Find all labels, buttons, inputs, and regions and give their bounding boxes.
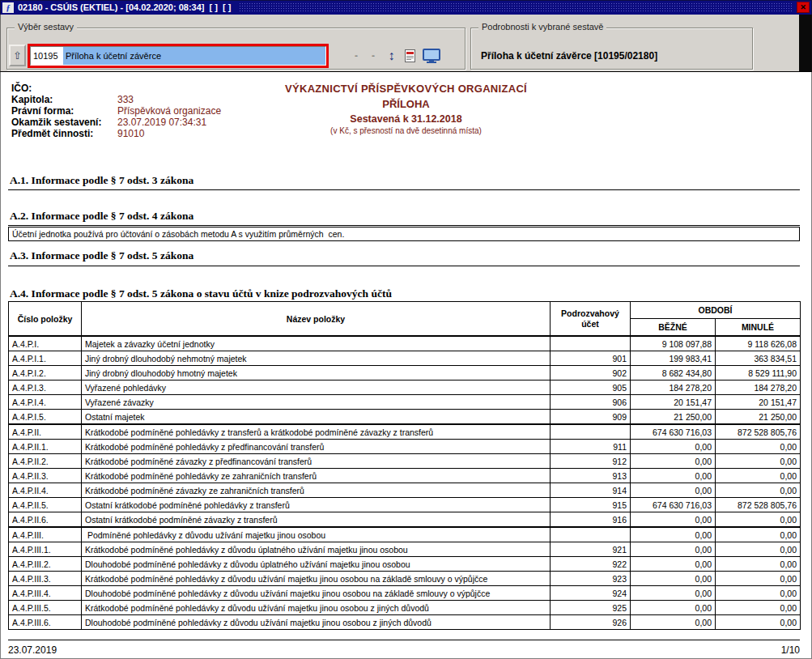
report-footer: 23.07.2019 1/10 [8,640,800,656]
current-value-cell: 0,00 [631,542,716,557]
current-value-cell: 9 108 097,88 [631,336,716,351]
item-name-cell: Vyřazené pohledávky [82,381,551,395]
item-id-cell: A.4.P.III.1. [9,542,82,557]
current-value-cell: 0,00 [631,483,716,498]
titlebar-pattern [239,2,792,12]
current-value-cell: 8 682 434,80 [631,366,716,381]
previous-value-cell: 184 278,20 [716,381,801,395]
current-value-cell: 20 151,47 [631,395,716,410]
item-name-cell: Krátkodobé podmíněné pohledávky z důvodu… [82,572,551,586]
table-row: A.4.P.II.6.Ostatní krátkodobé podmíněné … [9,512,801,528]
previous-value-cell: 0,00 [716,542,801,557]
item-name-cell: Ostatní krátkodobé podmíněné pohledávky … [82,498,551,512]
current-value-cell: 674 630 716,03 [631,498,716,512]
table-row: A.4.P.I.5.Ostatní majetek90921 250,0021 … [9,410,801,425]
report-selection-group: Výběr sestavy ⇧ 10195 Příloha k účetní z… [6,28,466,70]
col-header-account: Podrozvahový účet [551,302,631,337]
col-header-period: OBDOBÍ [631,302,801,319]
dash-icon[interactable]: - [351,49,361,62]
app-icon: ƒ [2,2,14,13]
titlebar[interactable]: ƒ 02180 - CSÚIS (EKTIEL) - [04.02.2020; … [0,0,812,15]
previous-value-cell: 0,00 [716,512,801,528]
footer-date: 23.07.2019 [8,644,57,656]
account-cell: 925 [551,601,631,615]
item-name-cell: Vyřazené závazky [82,395,551,410]
item-name-cell: Dlouhodobé podmíněné pohledávky z důvodu… [82,586,551,601]
preview-monitor-icon[interactable] [423,49,440,63]
account-cell [551,424,631,440]
app-window: ƒ 02180 - CSÚIS (EKTIEL) - [04.02.2020; … [0,0,812,659]
previous-value-cell: 0,00 [716,527,801,542]
item-id-cell: A.4.P.II.5. [9,498,82,512]
item-name-cell: Krátkodobé podmíněné závazky ze zahranič… [82,483,551,498]
previous-value-cell: 21 250,00 [716,410,801,425]
report-id-field[interactable]: 10195 [31,47,63,65]
account-cell: 924 [551,586,631,601]
item-name-cell: Ostatní krátkodobé podmíněné závazky z t… [82,512,551,528]
current-value-cell: 0,00 [631,440,716,454]
dash-icon[interactable]: - [368,49,378,62]
table-row: A.4.P.III.2.Dlouhodobé podmíněné pohledá… [9,557,801,572]
table-group-row: A.4.P.I.Majetek a závazky účetní jednotk… [9,336,801,351]
table-row: A.4.P.II.3.Krátkodobé podmíněné pohledáv… [9,469,801,483]
current-value-cell: 0,00 [631,469,716,483]
item-name-cell: Dlouhodobé podmíněné pohledávky z důvodu… [82,557,551,572]
table-row: A.4.P.III.6.Dlouhodobé podmíněné pohledá… [9,615,801,630]
table-row: A.4.P.III.5.Krátkodobé podmíněné pohledá… [9,601,801,615]
current-value-cell: 0,00 [631,454,716,469]
report-title-block: VÝKAZNICTVÍ PŘÍSPĚVKOVÝCH ORGANIZACÍ PŘÍ… [0,83,812,135]
pdf-export-icon[interactable] [405,49,415,62]
report-title-line3: Sestavená k 31.12.2018 [0,113,812,125]
account-cell: 913 [551,469,631,483]
table-row: A.4.P.I.1.Jiný drobný dlouhodobý nehmotn… [9,351,801,366]
item-name-cell: Majetek a závazky účetní jednotky [82,336,551,351]
section-a4-heading: A.4. Informace podle § 7 odst. 5 zákona … [10,287,392,300]
table-row: A.4.P.II.4.Krátkodobé podmíněné závazky … [9,483,801,498]
item-name-cell: Krátkodobé podmíněné pohledávky z předfi… [82,440,551,454]
account-cell: 902 [551,366,631,381]
previous-value-cell: 0,00 [716,557,801,572]
previous-value-cell: 0,00 [716,601,801,615]
item-name-cell: Krátkodobé podmíněné pohledávky z transf… [82,424,551,440]
report-select-field[interactable]: 10195 Příloha k účetní závěrce [30,46,326,66]
item-id-cell: A.4.P.II. [9,424,82,440]
report-title-line2: PŘÍLOHA [0,98,812,110]
load-report-button[interactable]: ⇧ [9,45,26,66]
section-a1-heading: A.1. Informace podle § 7 odst. 3 zákona [10,174,193,187]
table-row: A.4.P.III.3.Krátkodobé podmíněné pohledá… [9,572,801,586]
sort-updown-icon[interactable]: ↕ [385,49,397,63]
table-row: A.4.P.II.1.Krátkodobé podmíněné pohledáv… [9,440,801,454]
toolbar-icons: - - ↕ [351,49,440,63]
item-name-cell: Krátkodobé podmíněné pohledávky ze zahra… [82,469,551,483]
current-value-cell: 0,00 [631,512,716,528]
current-value-cell: 0,00 [631,601,716,615]
previous-value-cell: 8 529 111,90 [716,366,801,381]
item-id-cell: A.4.P.III. [9,527,82,542]
table-row: A.4.P.II.5.Ostatní krátkodobé podmíněné … [9,498,801,512]
col-header-item: Číslo položky [9,302,82,337]
item-id-cell: A.4.P.II.2. [9,454,82,469]
item-id-cell: A.4.P.I.5. [9,410,82,425]
item-id-cell: A.4.P.II.4. [9,483,82,498]
close-button[interactable]: ✕ [797,2,810,13]
section-a1-rule [8,189,800,190]
item-id-cell: A.4.P.III.5. [9,601,82,615]
previous-value-cell: 0,00 [716,440,801,454]
report-title-line4: (v Kč, s přesností na dvě desetinná míst… [0,126,812,135]
current-value-cell: 0,00 [631,527,716,542]
item-id-cell: A.4.P.III.4. [9,586,82,601]
item-name-cell: Krátkodobé podmíněné pohledávky z důvodu… [82,601,551,615]
report-details-group-label: Podrobnosti k vybrané sestavě [478,22,606,32]
item-name-cell: Krátkodobé podmíněné závazky z předfinan… [82,454,551,469]
report-selection-group-label: Výběr sestavy [15,22,77,32]
item-id-cell: A.4.P.III.3. [9,572,82,586]
item-id-cell: A.4.P.I.1. [9,351,82,366]
toolbar: Výběr sestavy ⇧ 10195 Příloha k účetní z… [0,15,812,71]
item-name-cell: Dlouhodobé podmíněné pohledávky z důvodu… [82,615,551,630]
current-value-cell: 0,00 [631,615,716,630]
previous-value-cell: 20 151,47 [716,395,801,410]
report-details-group: Podrobnosti k vybrané sestavě Příloha k … [470,28,753,70]
item-name-cell: Jiný drobný dlouhodobý nehmotný majetek [82,351,551,366]
current-value-cell: 0,00 [631,572,716,586]
report-name-field[interactable]: Příloha k účetní závěrce [63,47,325,65]
